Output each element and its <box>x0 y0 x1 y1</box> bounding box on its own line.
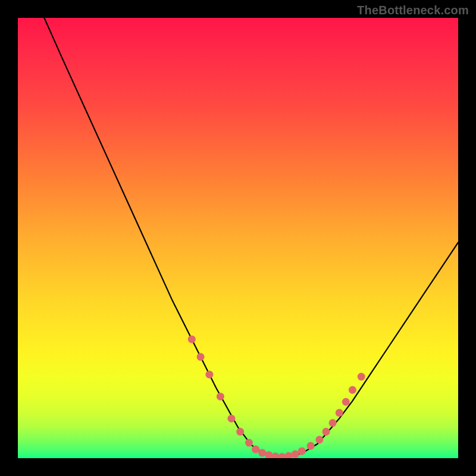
marker-dot <box>258 449 266 457</box>
marker-dot <box>265 451 273 458</box>
marker-dot <box>336 409 343 416</box>
marker-dot <box>278 453 286 458</box>
marker-dot <box>205 371 213 378</box>
bottleneck-curve <box>44 18 458 457</box>
highlighted-points <box>188 336 365 458</box>
marker-dot <box>236 428 244 436</box>
marker-dot <box>188 336 196 343</box>
marker-dot <box>252 446 259 453</box>
marker-dot <box>342 398 350 406</box>
marker-dot <box>271 453 279 459</box>
chart-frame: TheBottleneck.com <box>0 0 476 476</box>
marker-dot <box>245 439 253 447</box>
marker-dot <box>349 386 356 394</box>
marker-dot <box>329 419 337 427</box>
marker-dot <box>358 373 365 381</box>
marker-dot <box>322 428 330 436</box>
marker-dot <box>298 447 306 455</box>
marker-dot <box>292 450 299 458</box>
marker-dot <box>307 442 315 450</box>
curve-svg <box>18 18 458 458</box>
plot-area <box>18 18 458 458</box>
marker-dot <box>197 353 205 361</box>
marker-dot <box>285 452 293 458</box>
watermark-label: TheBottleneck.com <box>357 4 469 17</box>
marker-dot <box>217 393 224 400</box>
marker-dot <box>315 436 323 443</box>
marker-dot <box>227 415 235 422</box>
